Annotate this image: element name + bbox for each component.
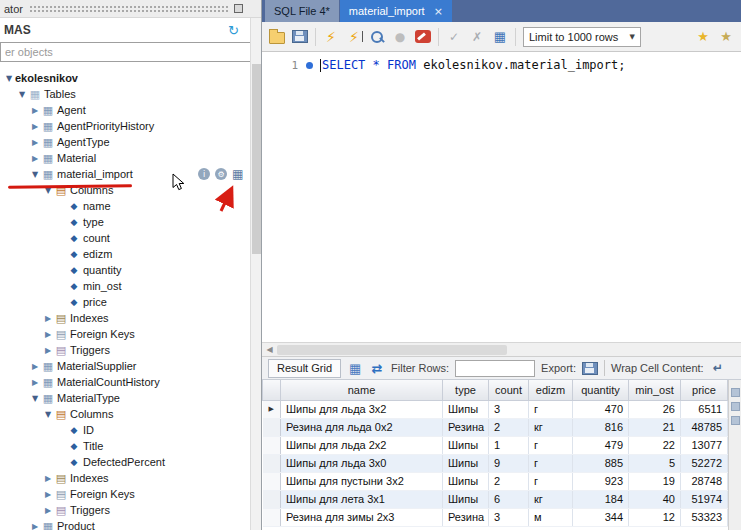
tree-expand-icon[interactable]: ▼ — [16, 90, 28, 99]
field-types-side-icon[interactable] — [731, 416, 740, 425]
tree-item-min-ost[interactable]: ◆min_ost — [0, 278, 250, 294]
tree-item-id[interactable]: ◆ID — [0, 422, 250, 438]
tree-item-agentpriorityhistory[interactable]: ▶▦AgentPriorityHistory — [0, 118, 250, 134]
cell-name[interactable]: Шипы для льда 3x2 — [281, 400, 443, 418]
scroll-left-icon[interactable]: ◀ — [262, 345, 277, 354]
sql-editor[interactable]: 1 SELECT * FROM ekolesnikov.material_imp… — [262, 52, 741, 342]
cell-count[interactable]: 3 — [489, 400, 529, 418]
filter-objects-input[interactable] — [0, 42, 251, 62]
row-selector[interactable] — [263, 454, 281, 472]
tree-expand-icon[interactable]: ▶ — [29, 522, 41, 530]
result-grid-side-icon[interactable] — [731, 388, 740, 397]
cell-count[interactable]: 3 — [489, 508, 529, 526]
cell-price[interactable]: 51974 — [681, 490, 728, 508]
cell-edizm[interactable]: г — [529, 472, 573, 490]
tree-expand-icon[interactable]: ▶ — [29, 106, 41, 115]
tree-item-material-import[interactable]: ▼▦material_importi⚙▦ — [0, 166, 250, 182]
cell-edizm[interactable]: г — [529, 436, 573, 454]
cell-type[interactable]: Резина — [443, 418, 489, 436]
tree-item-defectedpercent[interactable]: ◆DefectedPercent — [0, 454, 250, 470]
cell-name[interactable]: Шипы для льда 2x2 — [281, 436, 443, 454]
tree-item-material[interactable]: ▶▦Material — [0, 150, 250, 166]
rollback-icon[interactable]: ✗ — [469, 28, 485, 46]
cell-name[interactable]: Резина для зимы 2x3 — [281, 508, 443, 526]
tree-item-count[interactable]: ◆count — [0, 230, 250, 246]
cell-min_ost[interactable]: 21 — [629, 418, 681, 436]
tree-expand-icon[interactable]: ▶ — [29, 378, 41, 387]
cell-price[interactable]: 13077 — [681, 436, 728, 454]
col-header-edizm[interactable]: edizm — [529, 380, 573, 400]
hscrollbar-track[interactable] — [277, 343, 741, 356]
tree-item-product[interactable]: ▶▦Product — [0, 518, 250, 530]
cell-quantity[interactable]: 816 — [573, 418, 629, 436]
cell-edizm[interactable]: кг — [529, 418, 573, 436]
cell-quantity[interactable]: 885 — [573, 454, 629, 472]
tree-expand-icon[interactable]: ▶ — [42, 506, 54, 515]
tree-item-materialsupplier[interactable]: ▶▦MaterialSupplier — [0, 358, 250, 374]
col-header-price[interactable]: price — [681, 380, 728, 400]
cell-edizm[interactable]: кг — [529, 490, 573, 508]
wrench-icon[interactable]: ⚙ — [215, 168, 227, 180]
cell-quantity[interactable]: 184 — [573, 490, 629, 508]
tree-expand-icon[interactable]: ▶ — [42, 330, 54, 339]
wrap-cell-icon[interactable]: ↵ — [710, 359, 726, 377]
cell-type[interactable]: Шипы — [443, 454, 489, 472]
row-selector[interactable] — [263, 418, 281, 436]
tree-item-columns[interactable]: ▼▤Columns — [0, 406, 250, 422]
cell-count[interactable]: 2 — [489, 418, 529, 436]
tab-sql-file-4[interactable]: SQL File 4* — [265, 0, 339, 22]
stop-on-error-icon[interactable] — [415, 30, 431, 43]
col-header-count[interactable]: count — [489, 380, 529, 400]
tree-expand-icon[interactable]: ▼ — [29, 394, 41, 403]
beautify-icon[interactable]: ★ — [695, 28, 711, 46]
col-header-min_ost[interactable]: min_ost — [629, 380, 681, 400]
row-selector[interactable] — [263, 508, 281, 526]
tree-item-name[interactable]: ◆name — [0, 198, 250, 214]
tree-item-materialtype[interactable]: ▼▦MaterialType — [0, 390, 250, 406]
tree-expand-icon[interactable]: ▼ — [29, 170, 41, 179]
tree-item-indexes[interactable]: ▶▤Indexes — [0, 310, 250, 326]
tree-item-triggers[interactable]: ▶▤Triggers — [0, 502, 250, 518]
tree-item-agent[interactable]: ▶▦Agent — [0, 102, 250, 118]
row-selector[interactable] — [263, 472, 281, 490]
cell-min_ost[interactable]: 5 — [629, 454, 681, 472]
cell-min_ost[interactable]: 19 — [629, 472, 681, 490]
cell-type[interactable]: Шипы — [443, 436, 489, 454]
tree-item-title[interactable]: ◆Title — [0, 438, 250, 454]
col-header-quantity[interactable]: quantity — [573, 380, 629, 400]
save-script-icon[interactable] — [292, 30, 308, 43]
tree-expand-icon[interactable]: ▼ — [3, 74, 15, 83]
refresh-schemas-icon[interactable]: ↻ — [228, 23, 239, 38]
result-grid-tab[interactable]: Result Grid — [268, 359, 341, 378]
tree-item-indexes[interactable]: ▶▤Indexes — [0, 470, 250, 486]
panel-grip[interactable] — [29, 5, 228, 13]
tree-item-foreign-keys[interactable]: ▶▤Foreign Keys — [0, 326, 250, 342]
undock-icon[interactable] — [234, 4, 243, 13]
tree-item-tables[interactable]: ▼▦Tables — [0, 86, 250, 102]
cell-count[interactable]: 1 — [489, 436, 529, 454]
col-header-type[interactable]: type — [443, 380, 489, 400]
tree-expand-icon[interactable]: ▼ — [42, 410, 54, 419]
cell-min_ost[interactable]: 22 — [629, 436, 681, 454]
cell-min_ost[interactable]: 12 — [629, 508, 681, 526]
navigator-scrollbar[interactable] — [250, 18, 261, 530]
execute-icon[interactable]: ⚡ — [323, 28, 339, 46]
result-side-panel[interactable] — [728, 380, 741, 530]
tree-expand-icon[interactable]: ▶ — [29, 362, 41, 371]
tree-expand-icon[interactable]: ▶ — [29, 138, 41, 147]
cell-type[interactable]: Резина — [443, 508, 489, 526]
row-selector[interactable] — [263, 436, 281, 454]
cell-edizm[interactable]: г — [529, 400, 573, 418]
cell-price[interactable]: 48785 — [681, 418, 728, 436]
row-selector-header[interactable] — [263, 380, 281, 400]
close-tab-icon[interactable]: × — [434, 5, 443, 18]
tree-expand-icon[interactable]: ▶ — [29, 154, 41, 163]
cell-price[interactable]: 28748 — [681, 472, 728, 490]
hscrollbar-thumb[interactable] — [277, 345, 507, 355]
tree-expand-icon[interactable]: ▶ — [42, 490, 54, 499]
cell-min_ost[interactable]: 40 — [629, 490, 681, 508]
tree-item-agenttype[interactable]: ▶▦AgentType — [0, 134, 250, 150]
tab-material-import[interactable]: material_import × — [340, 0, 452, 22]
cell-min_ost[interactable]: 26 — [629, 400, 681, 418]
tree-item-edizm[interactable]: ◆edizm — [0, 246, 250, 262]
